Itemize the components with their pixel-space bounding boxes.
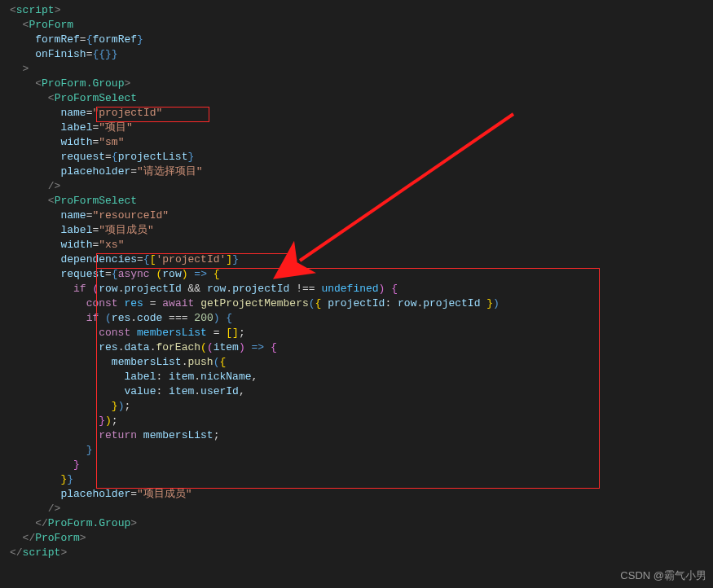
code-editor[interactable]: <script> <ProForm formRef={formRef} onFi… bbox=[0, 0, 713, 564]
watermark: CSDN @霸气小男 bbox=[620, 568, 706, 583]
